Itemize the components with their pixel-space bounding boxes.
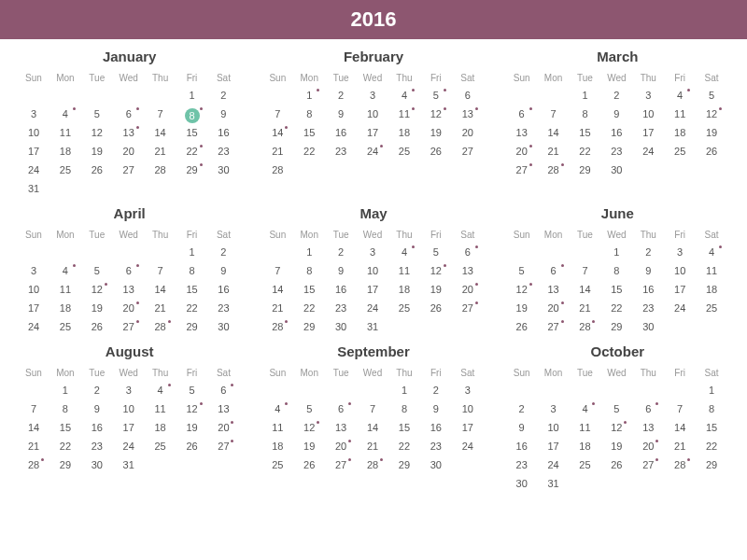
day-cell[interactable]: 5	[507, 261, 537, 280]
day-cell[interactable]: 13	[539, 280, 569, 299]
day-cell[interactable]: 22	[177, 299, 207, 317]
day-cell[interactable]: 16	[208, 280, 238, 299]
day-cell[interactable]: 21	[146, 299, 176, 317]
day-cell[interactable]: 9	[633, 261, 663, 280]
day-cell[interactable]: 22	[294, 299, 324, 317]
day-cell[interactable]: 22	[294, 142, 324, 161]
day-cell[interactable]: 22	[389, 437, 419, 455]
day-cell[interactable]: 24	[19, 317, 49, 336]
day-cell[interactable]: 16	[326, 280, 356, 299]
day-cell[interactable]: 18	[389, 280, 419, 299]
day-cell[interactable]: 27	[326, 455, 356, 474]
day-cell[interactable]: 14	[358, 418, 388, 437]
day-cell[interactable]: 15	[697, 418, 726, 437]
day-cell[interactable]: 3	[665, 243, 695, 261]
day-cell[interactable]: 6	[114, 261, 144, 280]
day-cell[interactable]: 25	[389, 299, 419, 317]
day-cell[interactable]: 9	[326, 261, 356, 280]
day-cell[interactable]: 29	[570, 161, 599, 179]
day-cell[interactable]: 18	[697, 280, 726, 299]
day-cell[interactable]: 4	[262, 399, 292, 418]
day-cell[interactable]: 23	[208, 299, 238, 317]
day-cell[interactable]: 27	[114, 161, 144, 179]
day-cell[interactable]: 25	[570, 455, 599, 474]
day-cell[interactable]: 3	[358, 243, 388, 261]
day-cell[interactable]: 31	[539, 474, 569, 493]
day-cell[interactable]: 20	[539, 299, 569, 317]
day-cell[interactable]: 13	[453, 261, 483, 280]
day-cell[interactable]: 20	[633, 437, 663, 455]
day-cell[interactable]: 26	[294, 455, 324, 474]
day-cell[interactable]: 28	[570, 317, 599, 336]
day-cell[interactable]: 21	[358, 437, 388, 455]
day-cell[interactable]: 4	[389, 86, 419, 105]
day-cell[interactable]: 14	[262, 123, 292, 142]
day-cell[interactable]: 23	[507, 455, 537, 474]
day-cell[interactable]: 30	[208, 161, 238, 179]
day-cell[interactable]: 19	[507, 299, 537, 317]
day-cell[interactable]: 12	[82, 123, 112, 142]
day-cell[interactable]: 18	[50, 142, 80, 161]
day-cell[interactable]: 6	[453, 243, 483, 261]
day-cell[interactable]: 15	[294, 280, 324, 299]
day-cell[interactable]: 19	[294, 437, 324, 455]
day-cell[interactable]: 5	[177, 381, 207, 399]
day-cell[interactable]: 10	[358, 261, 388, 280]
day-cell[interactable]: 1	[50, 381, 80, 399]
day-cell[interactable]: 27	[208, 437, 238, 455]
day-cell[interactable]: 18	[570, 437, 599, 455]
day-cell[interactable]: 29	[294, 317, 324, 336]
day-cell[interactable]: 27	[453, 142, 483, 161]
day-cell[interactable]: 4	[697, 243, 726, 261]
day-cell[interactable]: 5	[421, 243, 451, 261]
day-cell[interactable]: 2	[82, 381, 112, 399]
day-cell[interactable]: 13	[114, 280, 144, 299]
day-cell[interactable]: 6	[539, 261, 569, 280]
day-cell[interactable]: 28	[19, 455, 49, 474]
day-cell[interactable]: 16	[82, 418, 112, 437]
day-cell[interactable]: 30	[421, 455, 451, 474]
day-cell[interactable]: 12	[421, 105, 451, 123]
day-cell[interactable]: 3	[19, 105, 49, 123]
day-cell[interactable]: 12	[507, 280, 537, 299]
day-cell[interactable]: 2	[326, 243, 356, 261]
day-cell[interactable]: 25	[389, 142, 419, 161]
day-cell[interactable]: 3	[539, 399, 569, 418]
day-cell[interactable]: 20	[453, 280, 483, 299]
day-cell[interactable]: 4	[389, 243, 419, 261]
day-cell[interactable]: 8	[50, 399, 80, 418]
day-cell[interactable]: 2	[326, 86, 356, 105]
day-cell[interactable]: 2	[208, 86, 238, 105]
day-cell[interactable]: 24	[114, 437, 144, 455]
day-cell[interactable]: 19	[697, 123, 726, 142]
day-cell[interactable]: 21	[146, 142, 176, 161]
day-cell[interactable]: 28	[146, 161, 176, 179]
day-cell[interactable]: 8	[601, 261, 631, 280]
day-cell[interactable]: 14	[262, 280, 292, 299]
day-cell[interactable]: 24	[453, 437, 483, 455]
day-cell[interactable]: 10	[19, 280, 49, 299]
day-cell[interactable]: 7	[665, 399, 695, 418]
day-cell[interactable]: 3	[114, 381, 144, 399]
day-cell[interactable]: 6	[633, 399, 663, 418]
day-cell[interactable]: 4	[50, 261, 80, 280]
day-cell[interactable]: 29	[601, 317, 631, 336]
day-cell[interactable]: 15	[570, 123, 599, 142]
day-cell[interactable]: 1	[601, 243, 631, 261]
day-cell[interactable]: 27	[633, 455, 663, 474]
day-cell[interactable]: 9	[82, 399, 112, 418]
day-cell[interactable]: 6	[114, 105, 144, 123]
day-cell[interactable]: 16	[507, 437, 537, 455]
day-cell[interactable]: 1	[177, 243, 207, 261]
day-cell[interactable]: 8	[294, 105, 324, 123]
day-cell[interactable]: 20	[326, 437, 356, 455]
day-cell[interactable]: 19	[421, 123, 451, 142]
day-cell[interactable]: 20	[208, 418, 238, 437]
day-cell[interactable]: 11	[697, 261, 726, 280]
day-cell[interactable]: 11	[146, 399, 176, 418]
day-cell[interactable]: 28	[358, 455, 388, 474]
day-cell[interactable]: 24	[358, 299, 388, 317]
day-cell[interactable]: 24	[19, 161, 49, 179]
day-cell[interactable]: 21	[570, 299, 599, 317]
day-cell[interactable]: 17	[19, 142, 49, 161]
